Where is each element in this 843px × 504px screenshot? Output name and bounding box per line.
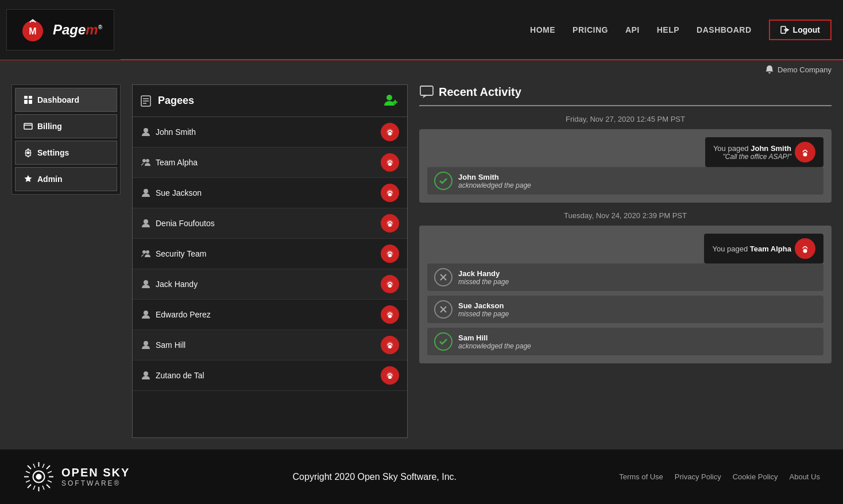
sidebar: Dashboard Billing Settings [11,84,121,438]
svg-point-2 [32,20,34,22]
response-text-1-1: Sue Jackson missed the page [458,301,509,318]
svg-point-22 [142,159,146,162]
response-text-1-0: Jack Handy missed the page [458,269,509,286]
svg-point-36 [144,280,148,285]
svg-point-47 [388,375,392,379]
person-icon-8 [141,370,151,381]
page-button-6[interactable] [381,305,399,324]
footer-link-terms[interactable]: Terms of Use [619,472,663,481]
dashboard-icon [24,95,33,104]
svg-point-45 [144,371,148,376]
svg-point-19 [144,128,148,133]
svg-line-65 [26,471,30,473]
footer-link-about[interactable]: About Us [790,472,820,481]
svg-line-68 [42,486,44,490]
svg-point-49 [803,153,807,157]
svg-point-23 [146,159,149,162]
response-text-0-0: John Smith acknowledged the page [458,173,531,189]
page-button-0[interactable] [381,123,399,141]
miss-icon-1-0 [434,268,453,286]
nav-home[interactable]: HOME [530,25,555,34]
page-button-8[interactable] [381,366,399,385]
activity-session-1: Tuesday, Nov 24, 2020 2:39 PM PST You pa… [419,211,832,363]
person-icon-6 [141,309,151,320]
header: M Pagem® HOME PRICING API HELP DASHBOARD… [0,0,843,60]
sidebar-item-admin[interactable]: Admin [15,167,117,191]
svg-line-70 [26,480,30,482]
response-row-1-1: Sue Jackson missed the page [427,296,823,323]
nav-api[interactable]: API [625,25,640,34]
svg-rect-6 [29,96,32,99]
pagee-name-3: Denia Foufoutos [156,219,215,228]
activity-card-0: You paged John Smith "Call the office AS… [419,129,832,203]
person-icon-2 [141,188,151,198]
person-icon-0 [141,127,151,137]
footer-logo-text: OPEN SKY SOFTWARE® [61,466,130,487]
svg-line-67 [33,464,35,468]
activity-title: Recent Activity [419,84,832,106]
paged-bubble-1: You paged Team Alpha [704,234,823,263]
paged-text-1: You paged Team Alpha [712,245,791,253]
pagees-header: Pagees [133,85,407,117]
svg-point-50 [803,249,807,253]
pagee-name-5: Jack Handy [156,280,198,289]
page-button-3[interactable] [381,214,399,232]
logout-icon [780,25,790,34]
pagees-panel: Pagees John Smith [132,84,408,438]
svg-line-66 [48,480,52,482]
svg-point-32 [142,250,146,254]
add-pagee-button[interactable] [383,92,399,110]
person-icon-7 [141,340,151,350]
settings-icon [24,148,33,157]
page-button-5[interactable] [381,275,399,293]
svg-point-56 [36,474,42,480]
svg-rect-48 [420,86,433,95]
pagee-row-8: Zutano de Tal [133,360,407,391]
svg-point-25 [388,162,392,166]
svg-text:M: M [29,26,36,36]
sidebar-item-settings[interactable]: Settings [15,141,117,165]
svg-point-41 [388,315,392,318]
footer-link-cookie[interactable]: Cookie Policy [733,472,778,481]
svg-line-63 [47,466,50,469]
svg-point-33 [146,250,149,254]
person-icon-5 [141,279,151,289]
page-button-4[interactable] [381,245,399,263]
sidebar-item-dashboard[interactable]: Dashboard [15,88,117,112]
team-icon-1 [141,157,151,168]
pagem-logo-icon: M [18,15,47,44]
pagee-row-7: Sam Hill [133,330,407,360]
svg-line-72 [33,486,35,490]
pagee-name-2: Sue Jackson [156,188,202,197]
nav-help[interactable]: HELP [657,25,679,34]
svg-line-71 [42,464,44,468]
svg-point-44 [388,345,392,348]
pagee-row-6: Edwardo Perez [133,300,407,330]
footer-copyright: Copyright 2020 Open Sky Software, Inc. [293,472,457,482]
page-button-7[interactable] [381,336,399,354]
ack-icon-0-0 [434,172,453,190]
team-icon-4 [141,249,151,259]
svg-point-39 [144,311,148,315]
nav-pricing[interactable]: PRICING [573,25,608,34]
pagee-name-0: John Smith [156,127,196,137]
nav-dashboard[interactable]: DASHBOARD [697,25,752,34]
pagee-name-7: Sam Hill [156,340,185,350]
svg-point-31 [388,223,392,227]
person-icon-3 [141,218,151,228]
sidebar-item-billing[interactable]: Billing [15,114,117,138]
ack-icon-1-2 [434,332,453,351]
svg-rect-7 [24,100,28,104]
activity-date-1: Tuesday, Nov 24, 2020 2:39 PM PST [419,211,832,220]
logo-box: M Pagem® [6,9,114,51]
company-bar: Demo Company [0,60,843,79]
logout-button[interactable]: Logout [769,20,832,40]
logo-area: M Pagem® [0,0,121,60]
svg-rect-5 [24,96,28,99]
page-button-2[interactable] [381,184,399,202]
paged-icon-0 [795,142,815,162]
svg-point-35 [388,254,392,257]
svg-point-29 [144,219,148,224]
footer-link-privacy[interactable]: Privacy Policy [675,472,721,481]
page-button-1[interactable] [381,153,399,172]
